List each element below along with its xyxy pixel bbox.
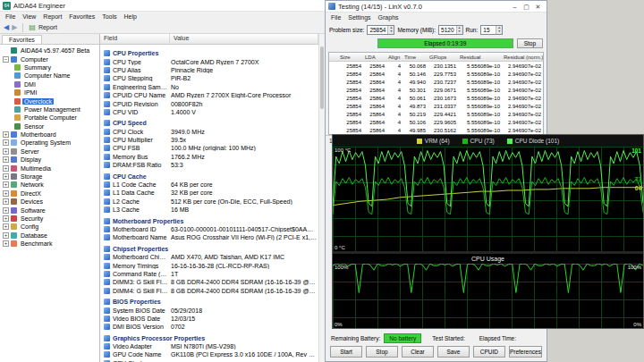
table-row[interactable]: GPU Code NameGK110B (PCI Express 3.0 x16… (100, 350, 318, 358)
clear-button[interactable]: Clear (402, 346, 434, 358)
result-row[interactable]: 2585425864449.985230.51625.556089e-102.9… (329, 126, 543, 134)
table-row[interactable]: Motherboard NameAsus ROG Crosshair VII H… (100, 233, 318, 241)
linx-menu-graphs[interactable]: Graphs (375, 14, 402, 21)
memory-value[interactable]: 5120 (439, 26, 455, 34)
stop-button[interactable]: Stop (366, 346, 398, 358)
expand-icon[interactable]: + (3, 165, 9, 172)
expand-icon[interactable]: + (3, 148, 9, 155)
close-button[interactable]: ✕ (532, 2, 544, 12)
start-button[interactable]: Start (330, 346, 362, 358)
expand-icon[interactable]: + (3, 207, 9, 214)
sidebar-item-config[interactable]: +Config (0, 223, 99, 231)
aida-menu-view[interactable]: View (19, 13, 39, 20)
table-row[interactable]: Memory Timings16-16-16-36-28 (CL-RCD-RP-… (100, 261, 318, 269)
tab-favorites[interactable]: Favorites (2, 35, 42, 44)
sidebar-item-multimedia[interactable]: +Multimedia (0, 164, 99, 172)
expand-icon[interactable]: + (3, 131, 9, 138)
linx-titlebar[interactable]: Testing (14/15) - LinX v0.7.0 – ▢ ✕ (326, 1, 547, 13)
sidebar-item-dmi[interactable]: DMI (0, 80, 99, 88)
column-header-align[interactable]: Align (386, 55, 402, 60)
table-row[interactable]: Motherboard ChipsetAMD X470, AMD Taishan… (100, 253, 318, 261)
collapse-icon[interactable]: − (3, 56, 9, 63)
column-header-time[interactable]: Time (402, 55, 428, 60)
sidebar-item-sensor[interactable]: Sensor (0, 122, 99, 130)
spin-down-icon[interactable]: ▼ (458, 29, 461, 33)
save-button[interactable]: Save (437, 346, 470, 358)
scrollbar[interactable] (318, 34, 325, 362)
linx-menu-settings[interactable]: Settings (344, 14, 374, 21)
expand-icon[interactable]: + (3, 198, 9, 205)
report-button[interactable]: Report (38, 24, 57, 30)
table-row[interactable]: CPUID CPU NameAMD Ryzen 7 2700X Eight-Co… (100, 91, 318, 99)
sidebar-item-summary[interactable]: Summary (0, 63, 99, 72)
result-row[interactable]: 2585425864450.146229.77535.556089e-102.9… (329, 70, 543, 78)
sidebar-item-security[interactable]: +Security (0, 215, 99, 223)
spin-down-icon[interactable]: ▼ (390, 29, 393, 33)
expand-icon[interactable]: + (3, 156, 9, 163)
table-row[interactable]: System BIOS Date05/29/2018 (100, 306, 318, 314)
table-row[interactable]: DRAM:FSB Ratio53:3 (100, 161, 318, 169)
sidebar-item-computer-name[interactable]: Computer Name (0, 72, 99, 80)
expand-icon[interactable]: + (3, 181, 9, 188)
result-row[interactable]: 2585425864450.219229.44215.556089e-102.9… (329, 110, 543, 118)
sidebar-item-benchmark[interactable]: +Benchmark (0, 240, 99, 248)
table-row[interactable]: DIMM4: G Skill FlareX F4-3200C14D-16GFX8… (100, 287, 318, 295)
column-header-value[interactable]: Value (170, 34, 318, 44)
column-header-lda[interactable]: LDA (363, 55, 386, 60)
table-row[interactable]: L2 Cache512 KB per core (On-Die, ECC, Fu… (100, 198, 318, 206)
expand-icon[interactable]: + (3, 232, 9, 239)
expand-icon[interactable]: + (3, 190, 9, 197)
sidebar-item-software[interactable]: +Software (0, 206, 99, 214)
expand-icon[interactable]: + (3, 139, 9, 146)
table-row[interactable]: CPU SteppingPiR-B2 (100, 74, 318, 82)
table-row[interactable]: DMI BIOS Version0702 (100, 323, 318, 331)
aida64-titlebar[interactable]: 64 AIDA64 Engineer (0, 0, 325, 12)
expand-icon[interactable]: + (3, 223, 9, 230)
aida-menu-file[interactable]: File (2, 13, 19, 20)
table-row[interactable]: CPU Multiplier39.5x (100, 136, 318, 144)
maximize-button[interactable]: ▢ (521, 2, 532, 12)
run-input[interactable]: 15 ▲▼ (480, 25, 503, 35)
table-row[interactable]: Command Rate (CR)1T (100, 270, 318, 278)
aida-menu-favorites[interactable]: Favorites (65, 13, 98, 20)
column-header-field[interactable]: Field (100, 34, 170, 44)
sidebar-item-ipmi[interactable]: IPMI (0, 88, 99, 97)
table-row[interactable]: CPU TypeOctalCore AMD Ryzen 7 2700X (100, 57, 318, 65)
column-header-size[interactable]: Size (338, 55, 363, 60)
sidebar-item-database[interactable]: +Database (0, 232, 99, 240)
forward-icon[interactable]: ▶ (12, 24, 17, 31)
aida-menu-report[interactable]: Report (39, 13, 65, 20)
sidebar-item-network[interactable]: +Network (0, 181, 99, 189)
aida-menu-help[interactable]: Help (120, 13, 140, 20)
scrollbar-thumb[interactable] (320, 46, 324, 109)
sidebar-item-directx[interactable]: +DirectX (0, 189, 99, 198)
sidebar-item-storage[interactable]: +Storage (0, 173, 99, 181)
minimize-button[interactable]: – (509, 2, 521, 12)
table-row[interactable]: Motherboard ID63-0100-000001-00101111-04… (100, 225, 318, 233)
table-row[interactable]: CPU VID1.4000 V (100, 108, 318, 116)
table-row[interactable]: Memory Bus1766.2 MHz (100, 153, 318, 161)
table-row[interactable]: L3 Cache16 MB (100, 206, 318, 214)
result-row[interactable]: 2585425864450.301229.06715.556089e-102.9… (329, 86, 543, 94)
expand-icon[interactable]: + (3, 173, 9, 180)
result-row[interactable]: 2585425864450.061230.16735.556089e-102.9… (329, 94, 543, 102)
spinner-arrows-icon[interactable]: ▲▼ (496, 26, 502, 34)
table-row[interactable]: L1 Code Cache64 KB per core (100, 181, 318, 189)
expand-icon[interactable]: + (3, 215, 9, 222)
back-icon[interactable]: ◀ (4, 24, 9, 31)
sidebar-item-devices[interactable]: +Devices (0, 198, 99, 206)
run-value[interactable]: 15 (481, 26, 496, 34)
table-row[interactable]: CPU AliasPinnacle Ridge (100, 66, 318, 74)
table-row[interactable]: Engineering SampleNo (100, 83, 318, 91)
sidebar-item-server[interactable]: +Server (0, 147, 99, 156)
problem-size-value[interactable]: 25854 (368, 26, 387, 34)
result-row[interactable]: 2585425864449.873231.03375.556089e-102.9… (329, 102, 543, 110)
expand-icon[interactable]: + (3, 240, 9, 247)
spin-down-icon[interactable]: ▼ (498, 29, 501, 33)
sidebar-item-power-management[interactable]: Power Management (0, 105, 99, 114)
sidebar-item-operating-system[interactable]: +Operating System (0, 139, 99, 147)
table-row[interactable]: CPUID Revision00800F82h (100, 99, 318, 107)
sidebar-item-computer[interactable]: −Computer (0, 55, 99, 63)
aida-menu-tools[interactable]: Tools (98, 13, 120, 20)
sidebar-item-overclock[interactable]: Overclock (0, 97, 99, 105)
